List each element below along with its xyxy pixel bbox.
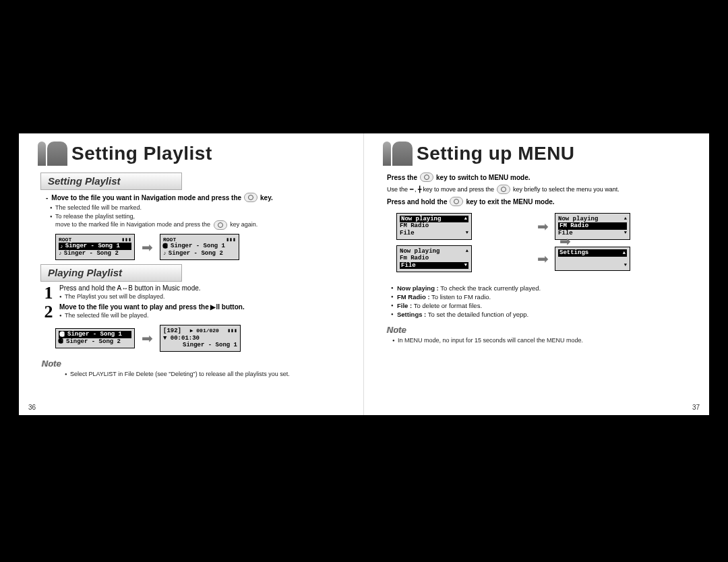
lcd-menu-c: Now playing▲ Fm Radio File▼: [396, 245, 472, 272]
battery-icon: ▮▮▮: [228, 327, 237, 334]
select-key-icon: [450, 197, 463, 206]
note-text: Select PLAYLIST in File Delete (see "Del…: [65, 370, 344, 378]
lcd-playlist: 🅟Singer - Song 1 🅟Singer - Song 2: [55, 328, 135, 348]
bullet: To release the playlist setting, move to…: [50, 212, 344, 230]
title-bar: Setting up MENU: [383, 142, 690, 166]
music-icon: ♪: [59, 250, 62, 256]
music-icon: ♪: [60, 243, 63, 249]
bullet: The selected file will be marked.: [50, 204, 344, 212]
mark-icon: 🅟: [163, 243, 169, 249]
section-header-setting: Setting Playlist: [40, 173, 182, 190]
step-number: 2: [42, 303, 55, 321]
instruction-line-2: Use the ━ , ╋ key to move and press the …: [387, 185, 690, 194]
bullet-list-1: The selected file will be marked. To rel…: [50, 204, 344, 230]
lcd-nowplaying: [192]▶ 001/020▮▮▮ ▼ 00:01:30 Singer - So…: [160, 325, 241, 352]
bullet: The Playlist you set will be displayed.: [59, 292, 344, 301]
arrow-right-icon: ➡: [142, 330, 153, 346]
bitrate-icon: [192]: [163, 327, 181, 334]
instr1-pre: Move to the file you want in Navigation …: [51, 194, 241, 201]
page-number: 37: [692, 404, 700, 411]
note-label: Note: [42, 358, 344, 369]
lcd-root-after: ROOT▮▮▮ 🅟Singer - Song 1 ♪Singer - Song …: [160, 234, 239, 260]
instruction-line-3: Press and hold the key to exit the MENU …: [387, 197, 690, 206]
lcd-menu-d: Settings▲ ▼: [555, 247, 630, 270]
lcd-row-root: ROOT▮▮▮ ♪Singer - Song 1 ♪Singer - Song …: [55, 234, 344, 260]
section-header-playing: Playing Playlist: [40, 264, 182, 282]
step1-text: Press and hold the A↔B button in Music m…: [59, 284, 344, 292]
list-item: Now playing : To check the track current…: [391, 284, 690, 292]
arrow-right-icon: ➡: [537, 251, 549, 267]
step2-text: Move to the file you want to play and pr…: [59, 303, 344, 311]
page-37: Setting up MENU Press the key to switch …: [364, 133, 709, 415]
instruction-line-1: Press the key to switch to MENU mode.: [387, 173, 690, 182]
bullet: The selected file will be played.: [59, 311, 344, 319]
list-item: File : To delete or format files.: [391, 302, 690, 309]
list-item: Settings : To set the detailed function …: [391, 311, 690, 318]
definitions-list: Now playing : To check the track current…: [391, 284, 690, 318]
page-title: Setting Playlist: [71, 143, 212, 164]
bullet-cont-post: key again.: [230, 222, 257, 228]
title-tab-icon: [383, 142, 413, 166]
mark-icon: 🅟: [59, 338, 64, 344]
page-36: Setting Playlist Setting Playlist - Move…: [19, 133, 364, 415]
arrow-right-icon: ➡: [559, 233, 571, 249]
bullet-cont-pre: move to the marked file in Navigation mo…: [55, 222, 210, 228]
list-item: FM Radio : To listen to FM radio.: [391, 293, 690, 301]
battery-icon: ▮▮▮: [122, 237, 131, 243]
instruction-1: - Move to the file you want in Navigatio…: [46, 193, 344, 202]
note-label: Note: [387, 325, 690, 335]
music-icon: ♪: [163, 250, 166, 256]
mark-icon: 🅟: [60, 332, 65, 338]
select-key-icon: [244, 193, 257, 202]
arrow-right-icon: ➡: [537, 218, 549, 235]
arrow-right-icon: ➡: [142, 239, 153, 255]
step-1: 1 Press and hold the A↔B button in Music…: [42, 284, 344, 302]
select-key-icon: [214, 220, 227, 230]
manual-spread: Setting Playlist Setting Playlist - Move…: [19, 133, 709, 415]
note-text: In MENU mode, no input for 15 seconds wi…: [392, 336, 690, 344]
title-tab-icon: [38, 142, 67, 166]
step-2: 2 Move to the file you want to play and …: [42, 303, 344, 321]
select-key-icon: [497, 185, 510, 194]
battery-icon: ▮▮▮: [226, 237, 236, 243]
select-key-icon: [420, 173, 433, 182]
menu-screens-grid: Now playing▲ FM Radio File▼ ➡ Now playin…: [396, 213, 690, 278]
step-number: 1: [42, 284, 55, 302]
lcd-row-play: 🅟Singer - Song 1 🅟Singer - Song 2 ➡ [192…: [55, 325, 344, 352]
instr1-post: key.: [260, 194, 273, 201]
page-number: 36: [28, 404, 36, 411]
lcd-root-before: ROOT▮▮▮ ♪Singer - Song 1 ♪Singer - Song …: [55, 234, 135, 260]
page-title: Setting up MENU: [417, 143, 575, 164]
title-bar: Setting Playlist: [38, 142, 344, 166]
lcd-menu-a: Now playing▲ FM Radio File▼: [396, 213, 472, 240]
